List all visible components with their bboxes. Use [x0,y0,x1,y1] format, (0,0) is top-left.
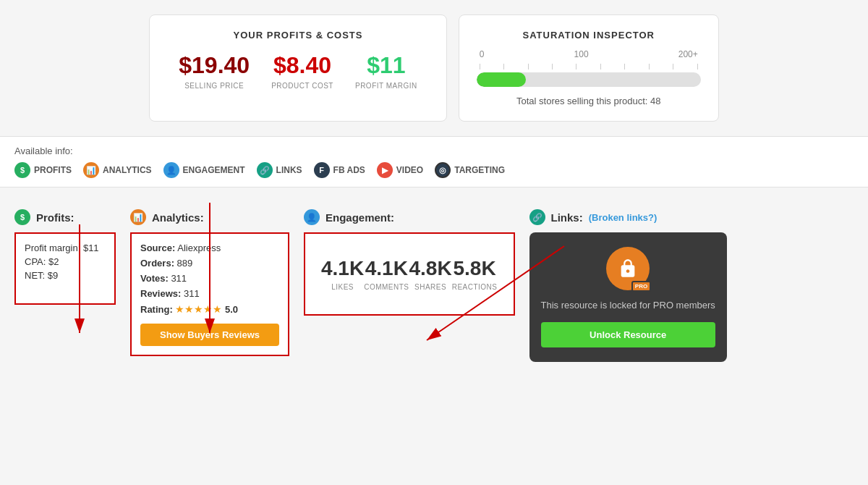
available-info-section: Available info: $ PROFITS 📊 ANALYTICS 👤 … [0,136,868,187]
badge-targeting[interactable]: ◎ TARGETING [435,162,505,178]
analytics-section-content: Source: Aliexpress Orders: 889 Votes: 31… [130,232,289,356]
likes-item: 4.1K LIKES [321,257,364,291]
profit-margin-label: PROFIT MARGIN [355,82,417,90]
fb-ads-badge-icon: f [314,162,330,178]
profits-costs-card: YOUR PROFITS & COSTS $19.40 SELLING PRIC… [149,14,446,122]
comments-label: COMMENTS [364,283,409,291]
links-badge-label: LINKS [276,165,302,175]
engagement-section-title: Engagement: [326,211,394,224]
engagement-section-content: 4.1K LIKES 4.1K COMMENTS 4.8K SHARES 5.8… [304,232,515,316]
tick-8 [649,64,650,69]
show-reviews-button[interactable]: Show Buyers Reviews [140,324,279,346]
orders-label: Orders: [140,258,174,269]
saturation-progress-fill [477,72,526,87]
selling-price-amount: $19.40 [179,52,250,79]
available-info-label: Available info: [14,146,854,156]
targeting-badge-icon: ◎ [435,162,451,178]
pro-lock-text: This resource is locked for PRO members [541,299,715,312]
product-cost-label: PRODUCT COST [271,82,333,90]
tick-1 [480,64,480,69]
engagement-section-icon: 👤 [304,209,320,225]
scale-min: 0 [480,49,485,59]
profits-section-content: Profit margin: $11 CPA: $2 NET: $9 [14,232,116,305]
votes-label: Votes: [140,273,169,284]
votes-line: Votes: 311 [140,273,279,284]
tick-7 [624,64,625,69]
badge-video[interactable]: ▶ VIDEO [377,162,423,178]
tick-10 [697,64,698,69]
unlock-resource-button[interactable]: Unlock Resource [541,322,715,347]
engagement-badge-label: ENGAGEMENT [183,165,245,175]
scale-labels: 0 100 200+ [477,49,701,59]
analytics-badge-icon: 📊 [83,162,99,178]
lock-icon-container: PRO [606,247,650,290]
tick-5 [576,64,576,69]
badge-profits[interactable]: $ PROFITS [14,162,72,178]
targeting-badge-label: TARGETING [454,165,505,175]
scale-max: 200+ [678,49,698,59]
reviews-line: Reviews: 311 [140,288,279,299]
reactions-value: 5.8K [452,257,498,280]
votes-value: 311 [171,273,187,284]
scale-ticks [477,64,701,69]
reviews-value: 311 [184,288,200,299]
badge-fb-ads[interactable]: f FB ADS [314,162,365,178]
scale-mid: 100 [574,49,589,59]
comments-value: 4.1K [364,257,409,280]
analytics-detail-section: 📊 Analytics: Source: Aliexpress Orders: … [130,202,289,356]
pro-lock-box: PRO This resource is locked for PRO memb… [529,232,727,362]
profit-margin-line: Profit margin: $11 [25,242,106,253]
links-detail-section: 🔗 Links: (Broken links?) PRO This resour… [529,202,727,362]
saturation-card-title: SATURATION INSPECTOR [477,30,701,41]
video-badge-icon: ▶ [377,162,393,178]
source-label: Source: [140,242,175,253]
orders-line: Orders: 889 [140,258,279,269]
reactions-item: 5.8K REACTIONS [452,257,498,291]
shares-label: SHARES [409,283,452,291]
video-badge-label: VIDEO [396,165,423,175]
selling-price-label: SELLING PRICE [179,82,250,90]
saturation-stores-text: Total stores selling this product: 48 [477,96,701,106]
reviews-label: Reviews: [140,288,181,299]
analytics-section-header: 📊 Analytics: [130,202,289,232]
info-badges: $ PROFITS 📊 ANALYTICS 👤 ENGAGEMENT 🔗 LIN… [14,162,854,178]
rating-stars: ★★★★★ [175,303,222,315]
profits-badge-icon: $ [14,162,30,178]
top-section: YOUR PROFITS & COSTS $19.40 SELLING PRIC… [14,14,854,122]
tick-2 [503,64,504,69]
links-section-title: Links: [551,211,583,224]
badge-engagement[interactable]: 👤 ENGAGEMENT [163,162,245,178]
rating-label: Rating: [140,304,173,315]
comments-item: 4.1K COMMENTS [364,257,409,291]
profits-detail-section: $ Profits: Profit margin: $11 CPA: $2 NE… [14,202,116,305]
product-cost-item: $8.40 PRODUCT COST [271,52,333,90]
broken-links-link[interactable]: (Broken links?) [589,212,658,223]
engagement-section-header: 👤 Engagement: [304,202,515,232]
analytics-badge-label: ANALYTICS [103,165,152,175]
links-section-header: 🔗 Links: (Broken links?) [529,202,727,232]
engagement-badge-icon: 👤 [163,162,179,178]
profits-values: $19.40 SELLING PRICE $8.40 PRODUCT COST … [179,52,417,90]
fb-ads-badge-label: FB ADS [333,165,365,175]
net-line: NET: $9 [25,270,106,281]
engagement-detail-section: 👤 Engagement: 4.1K LIKES 4.1K COMMENTS 4… [304,202,515,316]
links-badge-icon: 🔗 [257,162,273,178]
main-container: YOUR PROFITS & COSTS $19.40 SELLING PRIC… [0,0,868,485]
tick-9 [673,64,673,69]
profits-section-icon: $ [14,209,30,225]
source-line: Source: Aliexpress [140,242,279,253]
lock-icon [618,258,638,279]
analytics-section-title: Analytics: [152,211,204,224]
badge-analytics[interactable]: 📊 ANALYTICS [83,162,152,178]
shares-value: 4.8K [409,257,452,280]
pro-badge-label: PRO [631,281,651,292]
likes-value: 4.1K [321,257,364,280]
badge-links[interactable]: 🔗 LINKS [257,162,302,178]
saturation-progress-bar [477,72,701,87]
rating-value: 5.0 [225,304,238,315]
tick-6 [600,64,601,69]
profits-section-header: $ Profits: [14,202,116,232]
links-section-icon: 🔗 [529,209,545,225]
profits-card-title: YOUR PROFITS & COSTS [179,30,417,41]
tick-3 [528,64,529,69]
